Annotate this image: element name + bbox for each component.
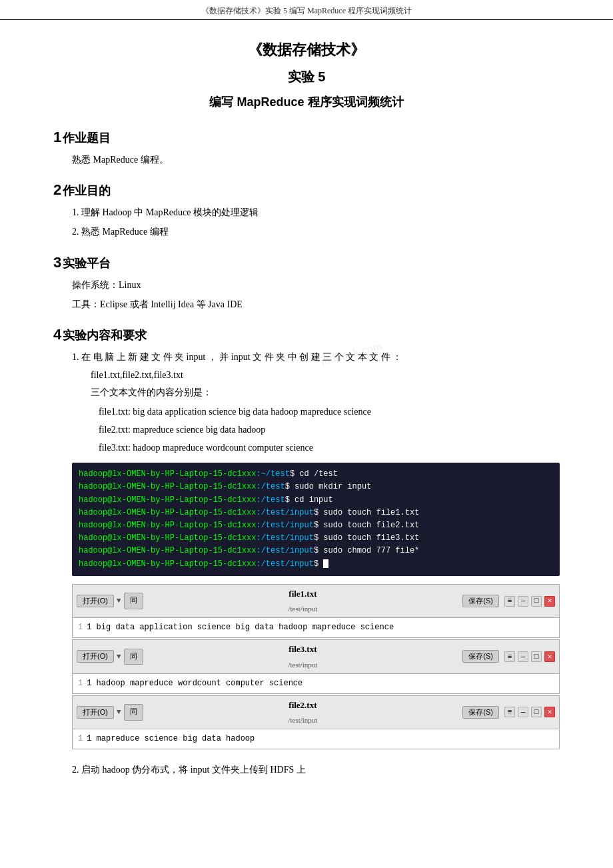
file2-window-controls: ≡ — □ ✕: [504, 707, 555, 717]
section-2-body: 1. 理解 Hadoop 中 MapReduce 模块的处理逻辑 2. 熟悉 M…: [53, 204, 560, 240]
terminal-line-4: hadoop@lx-OMEN-by-HP-Laptop-15-dc1xxx:/t…: [79, 519, 553, 532]
file3-dropdown-arrow[interactable]: ▼: [117, 650, 121, 664]
section-4-num: 4: [53, 326, 61, 343]
file3-minimize-icon[interactable]: —: [518, 651, 528, 662]
file3-menu-icon[interactable]: ≡: [504, 651, 515, 662]
file1-maximize-icon[interactable]: □: [531, 596, 542, 607]
file-window-1: 打开(O) ▼ 同 file1.txt /test/input 保存(S) ≡ …: [72, 584, 560, 638]
terminal-line-1: hadoop@lx-OMEN-by-HP-Laptop-15-dc1xxx:/t…: [79, 481, 553, 493]
section4-item2: 2. 启动 hadoop 伪分布式，将 input 文件夹上传到 HDFS 上: [72, 761, 560, 779]
file1-content: file1.txt: big data application science …: [99, 403, 560, 420]
file1-dropdown-arrow[interactable]: ▼: [117, 594, 121, 608]
file3-sync-btn[interactable]: 同: [124, 649, 143, 665]
section-3-num: 3: [53, 254, 61, 271]
file1-close-icon[interactable]: ✕: [544, 596, 555, 607]
file3-content: file3.txt: hadoop mapreduce wordcount co…: [99, 439, 560, 456]
section-1-num: 1: [53, 129, 61, 146]
terminal-block: hadoop@lx-OMEN-by-HP-Laptop-15-dc1xxx:~/…: [72, 463, 560, 576]
file2-title: file2.txt /test/input: [146, 697, 460, 728]
file2-dropdown-arrow[interactable]: ▼: [117, 705, 121, 719]
file2-open-btn[interactable]: 打开(O): [77, 706, 114, 719]
file2-maximize-icon[interactable]: □: [531, 707, 542, 717]
terminal-line-5: hadoop@lx-OMEN-by-HP-Laptop-15-dc1xxx:/t…: [79, 532, 553, 545]
section-1-heading: 1 作业题目: [53, 129, 560, 146]
file2-save-btn[interactable]: 保存(S): [462, 706, 499, 719]
file1-save-btn[interactable]: 保存(S): [462, 595, 499, 607]
file2-menu-icon[interactable]: ≡: [504, 707, 515, 717]
file2-titlebar: 打开(O) ▼ 同 file2.txt /test/input 保存(S) ≡ …: [73, 696, 559, 730]
file3-window-controls: ≡ — □ ✕: [504, 651, 555, 662]
file2-content-area: 11 mapreduce science big data hadoop: [73, 729, 559, 749]
file2-close-icon[interactable]: ✕: [544, 707, 555, 717]
page-header: 《数据存储技术》实验 5 编写 MapReduce 程序实现词频统计: [0, 0, 613, 20]
file-window-3: 打开(O) ▼ 同 file3.txt /test/input 保存(S) ≡ …: [72, 639, 560, 693]
file-window-2: 打开(O) ▼ 同 file2.txt /test/input 保存(S) ≡ …: [72, 695, 560, 749]
experiment-title: 编写 MapReduce 程序实现词频统计: [53, 94, 560, 110]
file3-open-btn[interactable]: 打开(O): [77, 650, 114, 663]
file3-save-btn[interactable]: 保存(S): [462, 650, 499, 663]
file1-content-area: 11 big data application science big data…: [73, 618, 559, 637]
terminal-line-0: hadoop@lx-OMEN-by-HP-Laptop-15-dc1xxx:~/…: [79, 468, 553, 481]
section-2-num: 2: [53, 181, 61, 199]
terminal-line-3: hadoop@lx-OMEN-by-HP-Laptop-15-dc1xxx:/t…: [79, 507, 553, 519]
file3-close-icon[interactable]: ✕: [544, 651, 555, 662]
file2-sync-btn[interactable]: 同: [124, 704, 143, 721]
terminal-line-7: hadoop@lx-OMEN-by-HP-Laptop-15-dc1xxx:/t…: [79, 558, 553, 571]
file3-content-area: 11 hadoop mapreduce wordcount computer s…: [73, 674, 559, 693]
file1-sync-btn[interactable]: 同: [124, 593, 143, 609]
file1-minimize-icon[interactable]: —: [518, 596, 528, 607]
section4-item1: 1. 在 电 脑 上 新 建 文 件 夹 input ， 并 input 文 件…: [72, 349, 560, 751]
file3-title: file3.txt /test/input: [146, 641, 460, 672]
section-4-heading: 4 实验内容和要求: [53, 326, 560, 343]
terminal-line-2: hadoop@lx-OMEN-by-HP-Laptop-15-dc1xxx:/t…: [79, 494, 553, 507]
section-4-body: 1. 在 电 脑 上 新 建 文 件 夹 input ， 并 input 文 件…: [53, 349, 560, 779]
file2-minimize-icon[interactable]: —: [518, 707, 528, 717]
file1-title: file1.txt /test/input: [146, 586, 460, 617]
section-1-body: 熟悉 MapReduce 编程。: [53, 151, 560, 168]
file1-open-btn[interactable]: 打开(O): [77, 595, 114, 607]
section-3-heading: 3 实验平台: [53, 254, 560, 271]
section-3-body: 操作系统：Linux 工具：Eclipse 或者 Intellij Idea 等…: [53, 277, 560, 313]
file-windows-wrapper: 打开(O) ▼ 同 file1.txt /test/input 保存(S) ≡ …: [72, 584, 560, 751]
section-2-heading: 2 作业目的: [53, 181, 560, 199]
main-title: 《数据存储技术》: [53, 40, 560, 60]
file1-window-controls: ≡ — □ ✕: [504, 596, 555, 607]
file1-titlebar: 打开(O) ▼ 同 file1.txt /test/input 保存(S) ≡ …: [73, 585, 559, 619]
terminal-line-6: hadoop@lx-OMEN-by-HP-Laptop-15-dc1xxx:/t…: [79, 545, 553, 557]
file3-maximize-icon[interactable]: □: [531, 651, 542, 662]
file2-content: file2.txt: mapreduce science big data ha…: [99, 421, 560, 438]
sub-title: 实验 5: [53, 68, 560, 86]
file1-menu-icon[interactable]: ≡: [504, 596, 515, 607]
file3-titlebar: 打开(O) ▼ 同 file3.txt /test/input 保存(S) ≡ …: [73, 640, 559, 674]
